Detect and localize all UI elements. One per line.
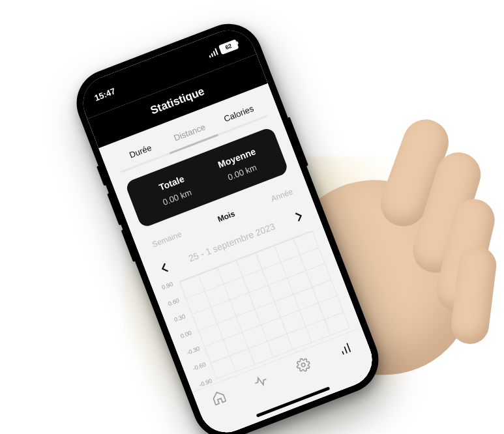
gear-icon xyxy=(294,356,312,374)
phone-mute-switch xyxy=(96,166,106,186)
next-period-button[interactable] xyxy=(289,207,308,225)
signal-icon xyxy=(207,48,218,57)
stat-total: Totale 0.00 km xyxy=(137,166,211,214)
chart-y-tick: 0.30 xyxy=(173,313,186,324)
chevron-left-icon xyxy=(156,259,174,277)
home-icon xyxy=(209,388,228,407)
status-time: 15:47 xyxy=(93,86,116,103)
prev-period-button[interactable] xyxy=(156,259,174,277)
nav-home[interactable] xyxy=(209,388,229,409)
chart-y-tick: 0.60 xyxy=(167,297,180,308)
tab-annee[interactable]: Année xyxy=(265,183,299,207)
bar-chart-icon xyxy=(336,340,355,358)
nav-settings[interactable] xyxy=(294,356,314,377)
chevron-right-icon xyxy=(289,207,308,225)
chart-y-tick: 0.00 xyxy=(179,330,192,340)
nav-stats[interactable] xyxy=(336,340,356,360)
nav-activity[interactable] xyxy=(252,372,271,393)
activity-icon xyxy=(252,372,270,390)
tab-semaine[interactable]: Semaine xyxy=(146,225,187,253)
tab-mois[interactable]: Mois xyxy=(212,205,241,228)
svg-line-2 xyxy=(345,347,348,353)
battery-icon: 62 xyxy=(218,39,239,55)
svg-line-1 xyxy=(342,351,344,354)
chart-y-tick: -0.60 xyxy=(192,361,207,372)
stat-average: Moyenne 0.00 km xyxy=(202,141,276,190)
svg-point-0 xyxy=(301,363,305,368)
chart-y-tick: -0.30 xyxy=(186,345,201,356)
svg-line-3 xyxy=(347,343,350,352)
chart-y-tick: 0.90 xyxy=(161,281,174,291)
